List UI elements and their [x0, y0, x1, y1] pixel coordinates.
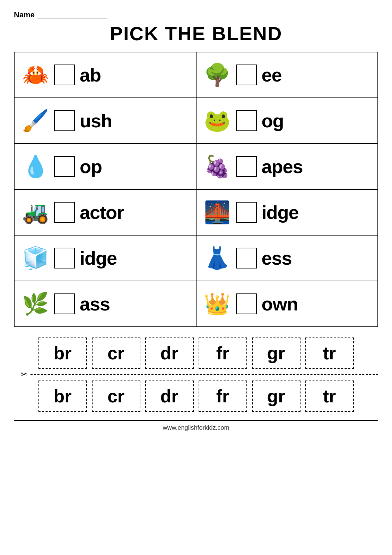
blend-card-top-gr-4[interactable]: gr — [252, 338, 300, 369]
cell-fridge-idge: 🧊 idge — [15, 236, 197, 281]
grapes-icon: 🍇 — [203, 153, 231, 180]
answer-box-dress[interactable] — [236, 248, 257, 268]
answer-box-brush[interactable] — [54, 110, 75, 131]
drop-icon: 💧 — [21, 153, 49, 180]
blend-card-bottom-tr-5[interactable]: tr — [305, 381, 354, 412]
footer: www.englishforkidz.com — [14, 420, 378, 432]
grid-row: 🌿 ass 👑 own — [15, 281, 377, 326]
blend-card-bottom-gr-4[interactable]: gr — [252, 381, 300, 412]
answer-box-grass[interactable] — [54, 293, 75, 314]
name-section: Name — [14, 10, 378, 19]
word-ending-ess: ess — [262, 247, 292, 269]
cell-brush-ush: 🖌️ ush — [15, 98, 197, 143]
cell-grass-ass: 🌿 ass — [15, 281, 197, 326]
frog-icon: 🐸 — [203, 107, 231, 135]
cell-tree-ee: 🌳 ee — [197, 52, 378, 97]
cell-bridge-idge: 🌉 idge — [197, 190, 378, 235]
crown-icon: 👑 — [203, 290, 231, 318]
word-ending-op: op — [80, 156, 102, 177]
grid-row: 🦀 ab 🌳 ee — [15, 52, 377, 98]
cell-drop-op: 💧 op — [15, 144, 197, 189]
grid-row: 🖌️ ush 🐸 og — [15, 98, 377, 144]
word-ending-own: own — [262, 293, 298, 315]
grid-row: 🧊 idge 👗 ess — [15, 236, 377, 281]
answer-box-tractor[interactable] — [54, 202, 75, 223]
footer-url: www.englishforkidz.com — [163, 424, 229, 431]
cell-crab-ab: 🦀 ab — [15, 52, 197, 97]
blend-card-top-fr-3[interactable]: fr — [199, 338, 247, 369]
word-ending-og: og — [262, 110, 284, 131]
answer-box-drop[interactable] — [54, 156, 75, 177]
blend-card-top-cr-1[interactable]: cr — [92, 338, 140, 369]
blend-card-top-tr-5[interactable]: tr — [305, 338, 354, 369]
blend-card-bottom-br-0[interactable]: br — [38, 381, 87, 412]
blends-top-row: brcrdrfrgrtr — [14, 338, 378, 369]
blend-card-bottom-fr-3[interactable]: fr — [199, 381, 247, 412]
name-label: Name — [14, 10, 35, 19]
word-ending-actor: actor — [80, 202, 124, 223]
fridge-icon: 🧊 — [21, 244, 49, 272]
grid-row: 🚜 actor 🌉 idge — [15, 190, 377, 236]
brush-icon: 🖌️ — [21, 107, 49, 135]
answer-box-frog[interactable] — [236, 110, 257, 131]
name-underline — [37, 11, 107, 18]
blend-card-top-dr-2[interactable]: dr — [145, 338, 194, 369]
tree-icon: 🌳 — [203, 61, 231, 89]
cell-dress-ess: 👗 ess — [197, 236, 378, 281]
dress-icon: 👗 — [203, 244, 231, 272]
page-title: PICK THE BLEND — [14, 22, 378, 45]
answer-box-tree[interactable] — [236, 65, 257, 85]
word-ending-apes: apes — [262, 156, 303, 177]
word-ending-idge-bridge: idge — [262, 202, 299, 223]
word-grid: 🦀 ab 🌳 ee 🖌️ ush 🐸 og 💧 op 🍇 — [14, 52, 378, 327]
word-ending-ush: ush — [80, 110, 112, 131]
cell-crown-own: 👑 own — [197, 281, 378, 326]
cut-line — [31, 374, 378, 375]
cutout-section: brcrdrfrgrtr ✂ brcrdrfrgrtr — [14, 338, 378, 412]
word-ending-ab: ab — [80, 64, 101, 86]
answer-box-fridge[interactable] — [54, 248, 75, 268]
word-ending-ee: ee — [262, 64, 282, 86]
blend-card-top-br-0[interactable]: br — [38, 338, 87, 369]
word-ending-idge-fridge: idge — [80, 247, 117, 269]
cell-grapes-apes: 🍇 apes — [197, 144, 378, 189]
answer-box-crab[interactable] — [54, 65, 75, 85]
blend-card-bottom-cr-1[interactable]: cr — [92, 381, 140, 412]
scissors-icon: ✂ — [21, 370, 27, 379]
crab-icon: 🦀 — [21, 61, 49, 89]
blend-card-bottom-dr-2[interactable]: dr — [145, 381, 194, 412]
word-ending-ass: ass — [80, 293, 110, 315]
answer-box-grapes[interactable] — [236, 156, 257, 177]
cell-tractor-actor: 🚜 actor — [15, 190, 197, 235]
answer-box-bridge[interactable] — [236, 202, 257, 223]
grass-icon: 🌿 — [21, 290, 49, 318]
scissors-line: ✂ — [14, 370, 378, 379]
cell-frog-og: 🐸 og — [197, 98, 378, 143]
answer-box-crown[interactable] — [236, 293, 257, 314]
blends-bottom-row: brcrdrfrgrtr — [14, 381, 378, 412]
tractor-icon: 🚜 — [21, 198, 49, 226]
grid-row: 💧 op 🍇 apes — [15, 144, 377, 190]
bridge-icon: 🌉 — [203, 198, 231, 226]
